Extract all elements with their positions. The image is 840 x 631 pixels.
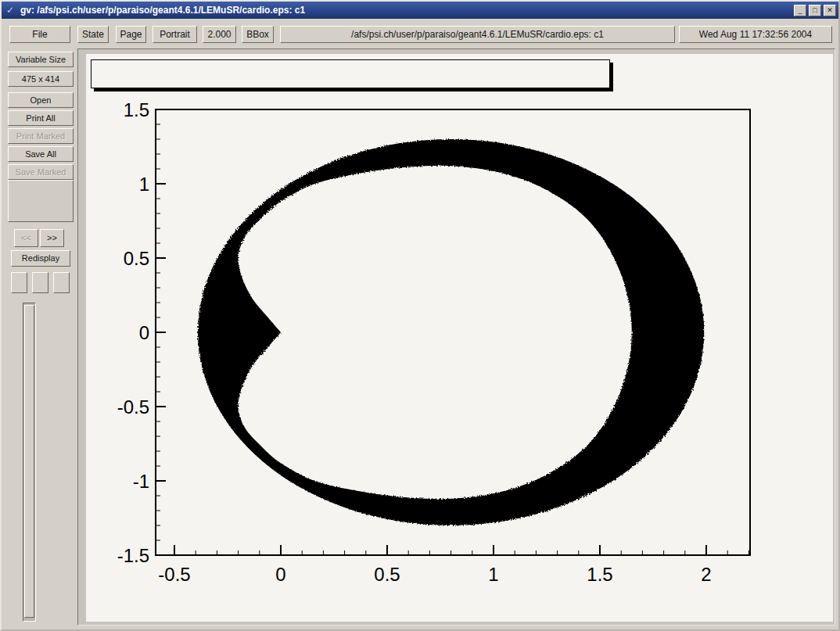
open-button[interactable]: Open bbox=[8, 92, 74, 108]
redisplay-button[interactable]: Redisplay bbox=[11, 250, 70, 267]
window-title: gv: /afs/psi.ch/user/p/paraiso/geant4.6.… bbox=[19, 5, 792, 16]
file-path-display: /afs/psi.ch/user/p/paraiso/geant4.6.1/LE… bbox=[280, 26, 675, 43]
svg-text:0.5: 0.5 bbox=[374, 564, 400, 585]
print-marked-button: Print Marked bbox=[8, 128, 74, 144]
save-marked-button: Save Marked bbox=[8, 164, 74, 180]
svg-text:-0.5: -0.5 bbox=[158, 564, 190, 585]
svg-text:2: 2 bbox=[701, 564, 711, 585]
svg-text:1: 1 bbox=[488, 564, 498, 585]
save-all-button[interactable]: Save All bbox=[8, 146, 74, 162]
datetime-display: Wed Aug 11 17:32:56 2004 bbox=[679, 26, 832, 43]
variable-size-button[interactable]: Variable Size bbox=[8, 52, 74, 67]
previous-page-button: << bbox=[14, 229, 38, 247]
svg-text:1: 1 bbox=[139, 174, 149, 195]
state-menu-button[interactable]: State bbox=[77, 26, 109, 43]
svg-text:0.5: 0.5 bbox=[124, 248, 149, 269]
bbox-button[interactable]: BBox bbox=[242, 26, 274, 43]
cardioid-plot: -0.500.511.52-1.5-1-0.500.511.5 bbox=[86, 54, 833, 622]
gv-application-window: ✓ gv: /afs/psi.ch/user/p/paraiso/geant4.… bbox=[0, 0, 840, 631]
window-menu-icon[interactable]: ✓ bbox=[4, 5, 16, 16]
page-size-button[interactable]: 475 x 414 bbox=[8, 71, 74, 87]
svg-text:-0.5: -0.5 bbox=[117, 396, 149, 418]
svg-text:0: 0 bbox=[275, 564, 285, 585]
page-scrollbar[interactable] bbox=[23, 303, 36, 622]
svg-text:-1: -1 bbox=[133, 471, 149, 492]
page-menu-button[interactable]: Page bbox=[116, 26, 146, 43]
orientation-button[interactable]: Portrait bbox=[153, 26, 197, 43]
marker-toggle-button-3[interactable] bbox=[53, 272, 70, 293]
print-all-button[interactable]: Print All bbox=[8, 110, 74, 126]
document-viewport[interactable]: -0.500.511.52-1.5-1-0.500.511.5 bbox=[77, 48, 835, 626]
cardioid-scatter-region bbox=[198, 139, 704, 525]
page-scrollbar-thumb[interactable] bbox=[24, 305, 34, 618]
scale-button[interactable]: 2.000 bbox=[203, 26, 236, 43]
maximize-button[interactable]: □ bbox=[809, 5, 821, 16]
marker-toggle-button-2[interactable] bbox=[32, 272, 48, 293]
next-page-button[interactable]: >> bbox=[40, 229, 64, 247]
marker-toggle-button-1[interactable] bbox=[11, 272, 27, 293]
file-menu-button[interactable]: File bbox=[9, 26, 70, 43]
close-button[interactable]: ✕ bbox=[824, 5, 836, 16]
document-page[interactable]: -0.500.511.52-1.5-1-0.500.511.5 bbox=[86, 54, 833, 622]
svg-text:1.5: 1.5 bbox=[124, 99, 149, 120]
page-list-panel[interactable] bbox=[8, 180, 74, 222]
svg-text:1.5: 1.5 bbox=[587, 564, 612, 585]
minimize-button[interactable]: _ bbox=[794, 5, 806, 16]
svg-text:-1.5: -1.5 bbox=[117, 545, 149, 566]
svg-text:0: 0 bbox=[139, 322, 149, 343]
titlebar[interactable]: ✓ gv: /afs/psi.ch/user/p/paraiso/geant4.… bbox=[2, 2, 838, 19]
